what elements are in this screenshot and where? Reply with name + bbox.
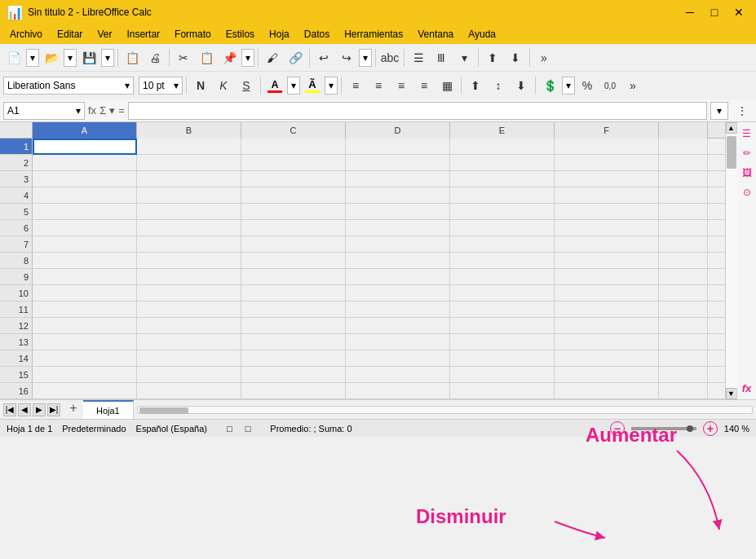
row-header-10[interactable]: 10	[0, 285, 33, 301]
cell-a11[interactable]	[33, 302, 137, 318]
menu-item-estilos[interactable]: Estilos	[219, 27, 261, 42]
cell-b3[interactable]	[137, 171, 241, 187]
cell-e13[interactable]	[450, 334, 555, 350]
cell-c1[interactable]	[241, 139, 346, 155]
cell-f10[interactable]	[555, 285, 659, 302]
cell-f9[interactable]	[555, 269, 659, 285]
col-header-c[interactable]: C	[241, 122, 346, 139]
cell-a10[interactable]	[33, 285, 137, 302]
name-box[interactable]: A1 ▾	[3, 102, 85, 120]
row-header-15[interactable]: 15	[0, 367, 33, 382]
percent-button[interactable]: %	[577, 75, 598, 96]
navigator-button[interactable]: ☰	[408, 47, 429, 68]
cell-f8[interactable]	[555, 253, 659, 269]
cell-d4[interactable]	[346, 187, 450, 204]
clone-format-button[interactable]: 🖌	[262, 47, 283, 68]
row-header-1[interactable]: 1	[0, 139, 33, 154]
row-header-6[interactable]: 6	[0, 220, 33, 235]
close-button[interactable]: ✕	[728, 4, 749, 20]
paste-dropdown[interactable]: ▾	[241, 49, 254, 67]
zoom-slider-handle[interactable]	[687, 425, 693, 432]
font-name-select[interactable]: Liberation Sans ▾	[3, 77, 134, 95]
valign-bot-button[interactable]: ⬇	[511, 75, 532, 96]
image-side-button[interactable]: 🖼	[739, 165, 755, 181]
font-name-arrow[interactable]: ▾	[125, 80, 130, 91]
vertical-scrollbar[interactable]: ▲ ▼	[725, 122, 736, 399]
cell-e2[interactable]	[450, 155, 555, 171]
cell-g10[interactable]	[659, 285, 708, 302]
cell-e4[interactable]	[450, 187, 555, 204]
scroll-up-button[interactable]: ▲	[726, 122, 737, 134]
menu-item-archivo[interactable]: Archivo	[3, 27, 49, 42]
cell-b4[interactable]	[137, 187, 241, 204]
row-header-13[interactable]: 13	[0, 334, 33, 350]
cell-b10[interactable]	[137, 285, 241, 302]
cell-c7[interactable]	[241, 236, 346, 253]
new-dropdown[interactable]: ▾	[26, 49, 39, 67]
cell-b11[interactable]	[137, 302, 241, 318]
h-scroll-track[interactable]	[137, 406, 753, 414]
cell-a3[interactable]	[33, 171, 137, 187]
align-col-button[interactable]: ▦	[436, 75, 458, 96]
bold-button[interactable]: N	[190, 75, 211, 96]
row-header-9[interactable]: 9	[0, 269, 33, 284]
cell-f13[interactable]	[555, 334, 659, 350]
cell-g13[interactable]	[659, 334, 708, 350]
cell-e6[interactable]	[450, 220, 555, 236]
styles-button[interactable]: Ⅲ	[431, 47, 452, 68]
cut-button[interactable]: ✂	[173, 47, 194, 68]
cell-d1[interactable]	[346, 139, 450, 155]
col-header-e[interactable]: E	[450, 122, 555, 139]
styles-side-button[interactable]: ☰	[739, 125, 755, 142]
cell-b7[interactable]	[137, 236, 241, 253]
cell-b12[interactable]	[137, 318, 241, 334]
cell-g6[interactable]	[659, 220, 708, 236]
cell-d13[interactable]	[346, 334, 450, 350]
cell-e14[interactable]	[450, 350, 555, 367]
menu-item-ver[interactable]: Ver	[91, 27, 118, 42]
cell-f5[interactable]	[555, 204, 659, 220]
cell-b2[interactable]	[137, 155, 241, 171]
italic-button[interactable]: K	[213, 75, 234, 96]
redo-dropdown[interactable]: ▾	[359, 49, 372, 67]
cell-a4[interactable]	[33, 187, 137, 204]
cell-c4[interactable]	[241, 187, 346, 204]
cell-e9[interactable]	[450, 269, 555, 285]
cell-f15[interactable]	[555, 367, 659, 383]
menu-item-insertar[interactable]: Insertar	[120, 27, 166, 42]
number-format-button[interactable]: 💲	[539, 75, 560, 96]
underline-button[interactable]: S	[236, 75, 257, 96]
menu-item-editar[interactable]: Editar	[51, 27, 89, 42]
valign-mid-button[interactable]: ↕	[488, 75, 509, 96]
cell-b1[interactable]	[137, 139, 241, 155]
cell-f7[interactable]	[555, 236, 659, 253]
cell-e15[interactable]	[450, 367, 555, 383]
new-button[interactable]: 📄	[3, 47, 24, 68]
more-format-button[interactable]: »	[622, 75, 643, 96]
more-toolbar-button[interactable]: »	[533, 47, 555, 68]
cell-d15[interactable]	[346, 367, 450, 383]
zoom-in-button[interactable]: +	[703, 421, 718, 436]
cell-f1[interactable]	[555, 139, 659, 155]
cell-d14[interactable]	[346, 350, 450, 367]
menu-item-ayuda[interactable]: Ayuda	[462, 27, 502, 42]
cell-d2[interactable]	[346, 155, 450, 171]
cell-d11[interactable]	[346, 302, 450, 318]
add-sheet-button[interactable]: +	[65, 400, 82, 416]
zoom-slider[interactable]	[631, 427, 696, 430]
col-header-b[interactable]: B	[137, 122, 241, 139]
sheet-tab-hoja1[interactable]: Hoja1	[83, 400, 134, 419]
scroll-down-button[interactable]: ▼	[726, 388, 737, 399]
cell-b15[interactable]	[137, 367, 241, 383]
cell-a2[interactable]	[33, 155, 137, 171]
cell-f14[interactable]	[555, 350, 659, 367]
cell-e1[interactable]	[450, 139, 555, 155]
cell-c15[interactable]	[241, 367, 346, 383]
formula-input[interactable]	[128, 102, 707, 120]
cell-g14[interactable]	[659, 350, 708, 367]
open-button[interactable]: 📂	[41, 47, 62, 68]
cell-e16[interactable]	[450, 383, 555, 399]
row-header-11[interactable]: 11	[0, 302, 33, 317]
align-right-button[interactable]: ≡	[391, 75, 412, 96]
cell-c2[interactable]	[241, 155, 346, 171]
